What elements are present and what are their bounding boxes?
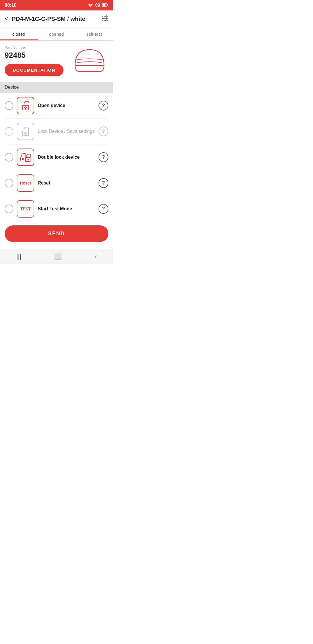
radio-test[interactable]: [5, 205, 13, 213]
action-item-double-lock: Double lock device ?: [5, 144, 108, 170]
svg-line-1: [96, 3, 99, 7]
action-item-lock-device: Lock Device / Save settings ?: [5, 119, 108, 144]
action-item-test: TEST Start Test Mode ?: [5, 196, 108, 222]
svg-rect-16: [26, 158, 30, 162]
label-reset: Reset: [38, 180, 95, 186]
part-label: Part Number: [5, 45, 63, 50]
help-double-lock[interactable]: ?: [99, 152, 108, 162]
no-sim-icon: [95, 2, 100, 8]
battery-icon: [102, 3, 108, 8]
wifi-icon: [88, 3, 93, 8]
tab-bar: closed opened self-test: [0, 28, 113, 41]
nav-home-button[interactable]: ⬜: [54, 253, 62, 260]
part-number-section: Part Number 92485 DOCUMENTATION: [5, 45, 63, 76]
svg-rect-3: [103, 4, 105, 6]
back-button[interactable]: <: [5, 14, 11, 24]
svg-point-9: [25, 107, 26, 108]
help-open-device[interactable]: ?: [99, 101, 108, 111]
reset-icon-text: Reset: [20, 181, 31, 185]
svg-rect-14: [21, 157, 25, 161]
page-title: PD4-M-1C-C-PS-SM / white: [12, 16, 101, 22]
section-header-device: Device: [0, 82, 113, 93]
icon-double-lock: [17, 149, 34, 166]
help-reset[interactable]: ?: [99, 178, 108, 188]
status-icons: [88, 2, 108, 8]
help-lock-device[interactable]: ?: [99, 126, 108, 136]
part-number-value: 92485: [5, 51, 63, 60]
icon-reset: Reset: [17, 174, 34, 192]
svg-point-12: [25, 133, 26, 134]
nav-back-button[interactable]: ‹: [94, 253, 97, 260]
svg-point-15: [22, 158, 23, 160]
tab-closed[interactable]: closed: [0, 28, 38, 40]
main-content: Part Number 92485 DOCUMENTATION Device: [0, 41, 113, 247]
svg-point-17: [27, 159, 28, 160]
header: < PD4-M-1C-C-PS-SM / white: [0, 10, 113, 28]
send-button-wrap: SEND: [5, 222, 108, 242]
device-info-row: Part Number 92485 DOCUMENTATION: [5, 45, 108, 77]
device-illustration: [71, 45, 108, 77]
tab-opened[interactable]: opened: [38, 28, 75, 40]
icon-open-device: [17, 97, 34, 114]
nav-menu-button[interactable]: |||: [16, 253, 21, 260]
radio-double-lock[interactable]: [5, 153, 13, 162]
radio-reset[interactable]: [5, 179, 13, 187]
action-item-reset: Reset Reset ?: [5, 170, 108, 196]
send-button[interactable]: SEND: [5, 225, 108, 242]
label-test: Start Test Mode: [38, 206, 95, 211]
status-bar: 08:10: [0, 0, 113, 10]
action-list: Open device ? Lock Device / Save setting…: [5, 93, 108, 222]
nav-bar: ||| ⬜ ‹: [0, 249, 113, 264]
documentation-button[interactable]: DOCUMENTATION: [5, 64, 63, 76]
icon-test: TEST: [17, 200, 34, 218]
label-lock-device: Lock Device / Save settings: [38, 129, 95, 134]
test-icon-text: TEST: [20, 207, 31, 211]
help-test[interactable]: ?: [99, 204, 108, 214]
status-time: 08:10: [5, 3, 17, 8]
menu-icon[interactable]: [101, 15, 108, 23]
label-double-lock: Double lock device: [38, 155, 95, 160]
radio-open-device[interactable]: [5, 101, 13, 110]
radio-lock-device[interactable]: [5, 127, 13, 136]
tab-self-test[interactable]: self-test: [75, 28, 113, 40]
icon-lock-device: [17, 123, 34, 140]
action-item-open-device: Open device ?: [5, 93, 108, 119]
svg-rect-4: [108, 4, 108, 6]
label-open-device: Open device: [38, 103, 95, 108]
